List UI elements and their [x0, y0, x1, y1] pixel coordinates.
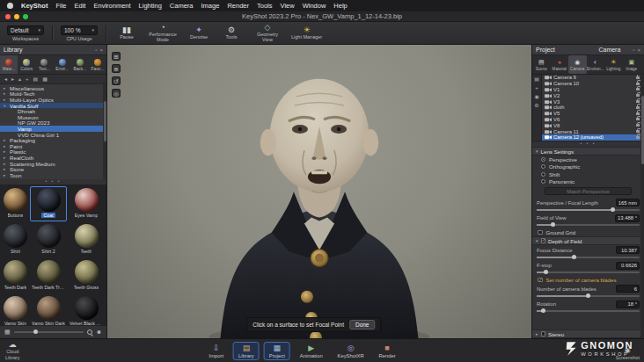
parameter-slider[interactable] [537, 224, 640, 226]
library-tree-item[interactable]: Dhmah [0, 108, 106, 114]
parameter-slider[interactable] [537, 310, 640, 312]
lock-icon[interactable] [636, 106, 640, 109]
toolbar-button[interactable]: ✦ Denoise [187, 25, 211, 40]
window-zoom-button[interactable] [23, 14, 28, 19]
library-tab[interactable]: Mate... [0, 55, 18, 74]
lock-icon[interactable] [636, 100, 640, 103]
window-close-button[interactable] [5, 14, 11, 19]
parameter-value-field[interactable]: 18 ° [616, 300, 640, 308]
search-icon[interactable] [87, 329, 92, 335]
settings-icon[interactable]: ⚙ [534, 103, 538, 109]
toolbar-button[interactable]: ◇ Geometry View [252, 23, 283, 43]
nav-back-icon[interactable]: ◂ [4, 75, 7, 83]
menubar-item[interactable]: File [55, 2, 66, 10]
library-tree-item[interactable]: ▾ Vanilla Stuff [0, 103, 106, 109]
material-tile[interactable]: Eyes Vamp [68, 186, 105, 221]
parameter-slider[interactable] [537, 295, 640, 297]
tree-expander-icon[interactable]: ▸ [4, 173, 8, 177]
checkbox-icon[interactable] [541, 331, 546, 337]
parameter-value-field[interactable]: 13.488 ° [615, 214, 640, 222]
menubar-item[interactable]: Lighting [139, 2, 162, 10]
checkbox-icon[interactable] [541, 238, 546, 243]
camera-list-item[interactable]: Camera 9 [542, 75, 644, 81]
menubar-item[interactable]: Tools [257, 2, 273, 10]
material-tile[interactable]: Velvet Black Va... [68, 294, 105, 325]
workspace-dropdown[interactable]: Default ▾ [7, 25, 44, 35]
parameter-value-field[interactable]: 10.387 [616, 246, 640, 254]
toolbar-button[interactable]: ▮▮ Pause [114, 25, 139, 40]
menubar-item[interactable]: KeyShot [21, 2, 48, 10]
menubar-item[interactable]: Render [227, 2, 249, 10]
toolbar-button[interactable]: ☀ Light Manager [291, 25, 322, 40]
library-tab[interactable]: Text... [35, 55, 53, 74]
project-tab[interactable]: ▣ Image [623, 55, 641, 74]
toolbar-button[interactable]: ⚙ Tools [219, 25, 244, 40]
lens-mode-radio[interactable]: Shift [532, 170, 644, 178]
tree-expander-icon[interactable]: ▸ [4, 167, 8, 171]
new-folder-icon[interactable]: + [26, 75, 29, 83]
menubar-item[interactable]: Image [201, 2, 220, 10]
depth-of-field-section-header[interactable]: ▾ Depth of Field [532, 236, 644, 245]
material-tile[interactable]: Teeth Dark [2, 258, 29, 293]
camera-list-item[interactable]: V5 [542, 111, 644, 117]
material-tile[interactable]: Coat [30, 186, 67, 221]
camera-list-item[interactable]: Camera 11 [542, 128, 644, 134]
material-tile[interactable]: Teeth [68, 222, 105, 257]
ground-grid-checkbox-row[interactable]: Ground Grid [532, 228, 644, 236]
material-tile[interactable]: Vamp Skin Dark [30, 294, 67, 325]
lock-icon[interactable] [636, 136, 640, 139]
cpu-usage-dropdown[interactable]: 100 % ▾ [61, 25, 98, 35]
project-tab[interactable]: ☀ Lighting [604, 55, 623, 74]
done-button[interactable]: Done [349, 320, 376, 329]
layers-icon[interactable]: ▤ [534, 76, 539, 83]
view-grid-icon[interactable]: ▦ [42, 75, 48, 83]
material-tile[interactable]: Shirt [2, 222, 29, 257]
parameter-value-field[interactable]: 165 mm [616, 199, 640, 206]
material-tile[interactable]: Shirt 2 [30, 222, 67, 257]
material-tile[interactable]: Buttons [2, 186, 29, 221]
lock-icon[interactable] [636, 124, 640, 127]
project-tab[interactable]: ◉ Camera [568, 55, 587, 74]
lock-icon[interactable] [636, 83, 640, 85]
lock-icon[interactable] [636, 94, 640, 97]
match-perspective-button[interactable]: Match Perspective [545, 187, 632, 195]
tree-expander-icon[interactable]: ▸ [4, 144, 8, 148]
camera-list-item[interactable]: Camera 10 [542, 81, 644, 87]
library-tree-item[interactable]: NP GW 2023 [0, 120, 106, 127]
camera-list-item[interactable]: Camera 12 (unsaved) [542, 134, 644, 141]
library-tree-item[interactable]: ▸ Toon [0, 172, 106, 178]
menubar-item[interactable]: Environment [93, 2, 130, 10]
tree-expander-icon[interactable]: ▸ [4, 149, 8, 154]
project-tab[interactable]: ● Material [551, 55, 569, 74]
lock-icon[interactable] [636, 130, 640, 133]
parameter-value-field[interactable]: 6 [616, 285, 640, 293]
parameter-value-field[interactable]: 0.6626 [616, 262, 640, 270]
project-tab[interactable]: ◐ Environ... [587, 55, 605, 74]
stereo-section-header[interactable]: ▸ Stereo [532, 329, 644, 338]
lock-icon[interactable] [636, 76, 640, 79]
menubar-item[interactable]: View [281, 2, 295, 10]
camera-list-item[interactable]: V6 [542, 117, 644, 123]
tree-expander-icon[interactable]: ▾ [4, 104, 8, 108]
ribbon-button[interactable]: ■ Render [374, 342, 401, 360]
target-tool-icon[interactable]: ◎ [112, 89, 121, 98]
nav-forward-icon[interactable]: ▸ [11, 75, 14, 83]
grid-tool-icon[interactable]: ⊞ [112, 52, 121, 61]
lens-mode-radio[interactable]: Perspective [532, 156, 644, 163]
ribbon-button[interactable]: ▦ Project [264, 342, 290, 360]
camera-blades-checkbox-row[interactable]: Set number of camera blades [532, 276, 644, 284]
library-tab[interactable]: Back... [71, 55, 89, 74]
close-icon[interactable]: × [99, 47, 103, 53]
project-tab[interactable]: ▤ Scene [532, 55, 551, 74]
camera-icon[interactable]: ◉ [534, 94, 538, 100]
focus-tool-icon[interactable]: ⊕ [112, 64, 121, 73]
camera-list-item[interactable]: V8 [542, 122, 644, 128]
account-icon[interactable]: ☻ [96, 327, 102, 337]
parameter-slider[interactable] [537, 272, 640, 273]
lock-icon[interactable] [636, 88, 640, 90]
folder-up-icon[interactable]: ▴ [18, 75, 21, 83]
ribbon-button[interactable]: ◎ KeyShotXR [333, 342, 370, 360]
toolbar-button[interactable]: ◔ Performance Mode [147, 23, 179, 43]
thumbnail-size-slider[interactable] [14, 331, 84, 333]
camera-list-item[interactable]: V3 [542, 98, 644, 105]
